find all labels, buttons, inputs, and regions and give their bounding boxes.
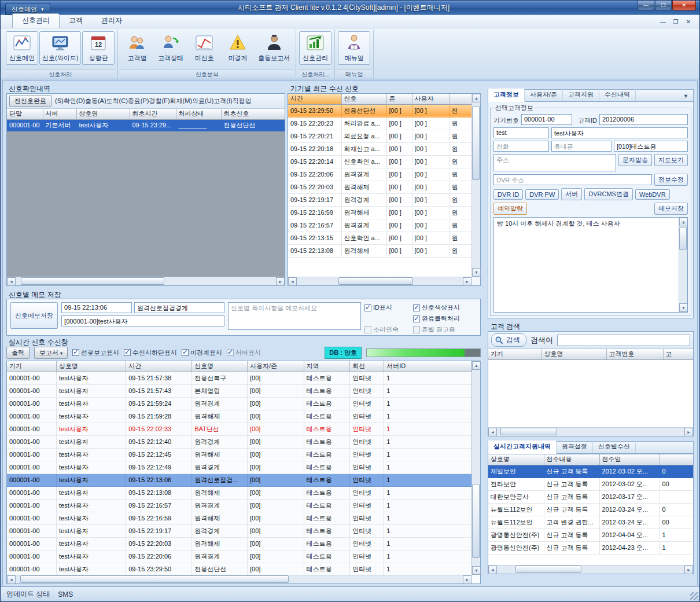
ribbon-button-signal-manage[interactable]: 신호관리: [299, 31, 331, 65]
scroll-left-icon[interactable]: ◄: [488, 566, 497, 574]
ribbon-button-signal-wide[interactable]: 신호(와이드): [39, 31, 81, 65]
scroll-up-icon[interactable]: ▲: [679, 218, 688, 226]
ribbon-button-no-signal[interactable]: 미신호: [188, 31, 220, 65]
send-sms-button[interactable]: 문자발송: [618, 154, 652, 166]
signal-memo-save-button[interactable]: 신호메모저장: [10, 302, 58, 329]
ribbon-button-manual[interactable]: 매뉴얼: [338, 31, 370, 65]
ribbon-button-customer-status[interactable]: 고객상태: [154, 31, 187, 65]
column-header[interactable]: 서버: [43, 109, 76, 119]
scrollbar-thumb[interactable]: [472, 484, 480, 559]
scroll-left-icon[interactable]: ◄: [288, 277, 297, 286]
memo-device-field[interactable]: [000001-00]test사용자: [61, 315, 224, 326]
column-header[interactable]: 존: [386, 94, 412, 104]
dvr-address-field[interactable]: DVR 주소: [493, 174, 652, 185]
checkbox-icon[interactable]: [182, 349, 189, 356]
checkbox-icon[interactable]: [413, 326, 420, 333]
search-button[interactable]: 검색: [491, 333, 526, 347]
scroll-right-icon[interactable]: ►: [276, 277, 285, 286]
scrollbar-thumb[interactable]: [338, 277, 413, 285]
tabs-dropdown-icon[interactable]: ▼: [679, 93, 693, 101]
mobile-label-field[interactable]: 휴대폰: [551, 141, 611, 152]
table-row[interactable]: 000001-00test사용자09-15 22:12:40원격경계[00]테스…: [7, 435, 471, 448]
table-row[interactable]: 000001-00test사용자09-15 22:13:08원격해제[00]테스…: [7, 486, 471, 499]
scrollbar-track[interactable]: [16, 277, 276, 285]
scroll-down-icon[interactable]: ▼: [679, 303, 688, 312]
table-row[interactable]: 000001-00test사용자09-15 22:12:49원격경계[00]테스…: [7, 461, 471, 473]
horizontal-scrollbar[interactable]: ◄ ►: [488, 427, 693, 436]
table-row[interactable]: 뉴월드112보안고객 변경 권한...2012-03-24 오...00: [488, 516, 693, 528]
print-button[interactable]: 출력: [6, 347, 30, 359]
status-update[interactable]: 업데이트 상태: [6, 589, 50, 599]
column-header[interactable]: 고객번호: [606, 349, 663, 359]
checkbox-line-report[interactable]: 선로보고표시: [72, 348, 119, 357]
horizontal-scrollbar[interactable]: ◄ ►: [7, 277, 285, 285]
mdi-close-button[interactable]: ✕: [683, 17, 694, 25]
mobile-field[interactable]: [010]테스트용: [614, 141, 688, 152]
minimize-button[interactable]: —: [638, 1, 654, 10]
close-button[interactable]: ✕: [672, 1, 696, 10]
view-map-button[interactable]: 지도보기: [654, 154, 688, 166]
report-button[interactable]: 보고서 ▾: [34, 347, 68, 359]
column-header[interactable]: 단말: [7, 109, 43, 119]
tab-signal-management[interactable]: 신호관리: [12, 13, 60, 28]
tab-remote-settings[interactable]: 원격설정: [557, 441, 593, 453]
scroll-up-icon[interactable]: ▲: [472, 361, 481, 370]
reserved-alarm-button[interactable]: 예약알람: [493, 203, 527, 215]
column-header[interactable]: 신호: [341, 94, 386, 104]
table-row[interactable]: 000001-00test사용자09-15 22:16:59원격해제[00]테스…: [7, 512, 471, 524]
column-header[interactable]: [660, 454, 693, 465]
vertical-scrollbar[interactable]: ▲ ▼: [679, 218, 687, 312]
status-sms[interactable]: SMS: [58, 590, 73, 599]
search-input[interactable]: [557, 335, 690, 346]
ribbon-button-status-board[interactable]: 12 상황판: [82, 31, 115, 65]
signal-memo-input[interactable]: 신호별 특이사항을 메모하세요: [228, 302, 361, 330]
scrollbar-track[interactable]: [497, 428, 684, 436]
tab-admin[interactable]: 관리자: [92, 14, 131, 28]
table-row[interactable]: 09-15 22:20:03원격해제[00 ][00 ]원: [288, 181, 471, 193]
table-row[interactable]: 000001-00test사용자09-15 21:57:43본체열림[00]테스…: [7, 384, 471, 397]
resize-grip[interactable]: [690, 592, 698, 600]
ribbon-button-by-customer[interactable]: 고객별: [121, 31, 153, 65]
column-header[interactable]: 접수일: [599, 454, 660, 465]
checkbox-complete-click[interactable]: 완료클릭처리: [413, 314, 477, 323]
table-row[interactable]: 광명통신안전(주)신규 고객 등록2012-04-04 오...1: [488, 528, 693, 541]
table-row[interactable]: 09-15 22:20:18화재신고 a...[00 ][00 ]원: [288, 142, 471, 155]
tab-support-history[interactable]: 실시간고객지원내역: [488, 441, 557, 454]
column-header[interactable]: 접수내용: [544, 454, 599, 465]
column-header[interactable]: 기기: [7, 361, 57, 372]
column-header[interactable]: 고: [663, 349, 693, 359]
memo-time-field[interactable]: 09-15 22:13:06: [61, 302, 132, 313]
customer-name-field[interactable]: test: [493, 127, 549, 138]
column-header-time[interactable]: 시간: [288, 94, 341, 104]
table-row[interactable]: 09-15 22:16:57원격경계[00 ][00 ]원: [288, 219, 471, 232]
dvr-id-button[interactable]: DVR ID: [493, 189, 523, 200]
table-row[interactable]: 09-15 22:20:14신호확인 a...[00 ][00 ]원: [288, 155, 471, 168]
checkbox-icon[interactable]: [413, 304, 420, 311]
device-no-field[interactable]: 000001-00: [521, 114, 572, 125]
table-row[interactable]: 대한보안공사신규 고객 등록2012-03-17 오...: [488, 490, 693, 503]
checkbox-icon[interactable]: [124, 349, 131, 356]
column-header[interactable]: 사용자: [412, 94, 449, 104]
ribbon-button-signal-main[interactable]: 신호메인: [6, 31, 38, 65]
scroll-right-icon[interactable]: ►: [463, 575, 471, 584]
table-row[interactable]: 000001-00test사용자09-15 21:59:24원격경계[00]테스…: [7, 397, 471, 410]
table-row[interactable]: 000001-00test사용자09-15 22:20:06원격경계[00]테스…: [7, 550, 471, 563]
tab-receive-history[interactable]: 수신내역: [599, 89, 636, 101]
table-row[interactable]: 000001-00test사용자09-15 22:12:45원격해제[00]테스…: [7, 448, 471, 461]
dvrcms-connect-button[interactable]: DVRCMS연결: [584, 188, 633, 200]
scroll-down-icon[interactable]: ▼: [472, 268, 481, 277]
table-row[interactable]: 09-15 22:13:08원격해제[00 ][00 ]원: [288, 244, 471, 257]
checkbox-show-unguarded[interactable]: 미경계표시: [182, 348, 222, 357]
scrollbar-thumb[interactable]: [21, 277, 164, 285]
column-header[interactable]: 신호명: [192, 361, 248, 372]
table-row[interactable]: 000001-00test사용자09-15 22:02:33BAT단선[00]테…: [7, 423, 471, 435]
ribbon-button-dispatch-report[interactable]: 출동보고서: [255, 31, 293, 65]
column-header[interactable]: 상호명: [541, 349, 606, 359]
checkbox-sound-repeat[interactable]: 소리연속: [364, 325, 410, 334]
scroll-left-icon[interactable]: ◄: [7, 277, 16, 286]
scrollbar-track[interactable]: [472, 370, 480, 566]
checkbox-icon[interactable]: [364, 304, 371, 311]
column-header[interactable]: 기기: [488, 349, 541, 359]
scroll-up-icon[interactable]: ▲: [472, 94, 481, 102]
table-row[interactable]: 뉴월드112보안신규 고객 등록2012-03-24 오...0: [488, 503, 693, 516]
